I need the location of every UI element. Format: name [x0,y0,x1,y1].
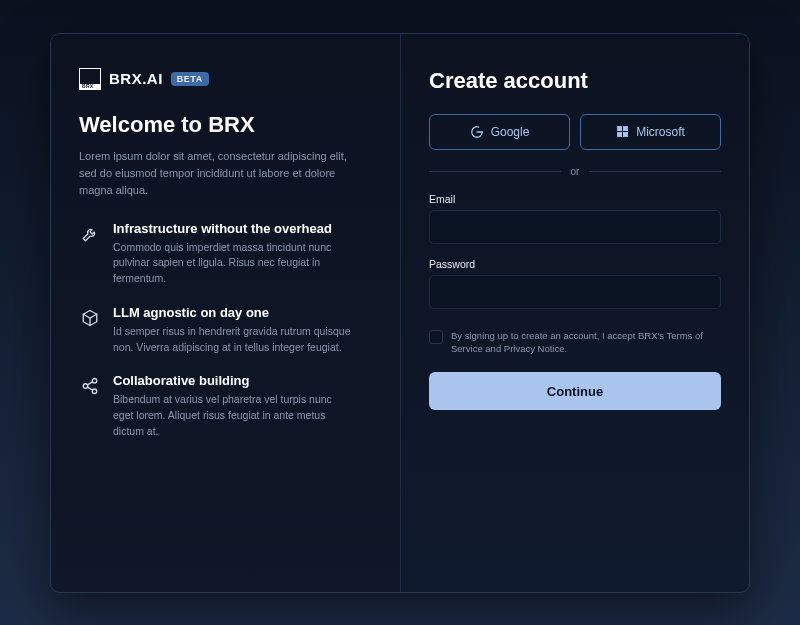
cube-icon [79,307,101,329]
or-divider: or [429,166,721,177]
feature-llm-agnostic: LLM agnostic on day one Id semper risus … [79,305,372,356]
svg-line-3 [87,382,92,385]
feature-body: Commodo quis imperdiet massa tincidunt n… [113,240,353,287]
svg-rect-5 [617,126,622,131]
share-icon [79,375,101,397]
microsoft-oauth-label: Microsoft [636,125,685,139]
logo-mark: BRX [79,68,101,90]
feature-collaborative: Collaborative building Bibendum at variu… [79,373,372,439]
continue-label: Continue [547,384,603,399]
svg-rect-6 [623,126,628,131]
create-account-heading: Create account [429,68,721,94]
brand-name: BRX.AI [109,70,163,87]
email-label: Email [429,193,721,205]
google-icon [470,125,484,139]
google-oauth-label: Google [491,125,530,139]
feature-title: LLM agnostic on day one [113,305,353,320]
terms-checkbox[interactable] [429,330,443,344]
form-panel: Create account Google Microsoft or Email [400,34,749,592]
intro-text: Lorem ipsum dolor sit amet, consectetur … [79,148,359,199]
welcome-heading: Welcome to BRX [79,112,372,138]
logo-row: BRX BRX.AI BETA [79,68,372,90]
svg-line-4 [87,388,92,391]
divider-line [429,171,561,172]
feature-title: Collaborative building [113,373,353,388]
password-label: Password [429,258,721,270]
beta-badge: BETA [171,72,209,86]
logo-mark-text: BRX [82,83,93,89]
divider-label: or [571,166,580,177]
divider-line [589,171,721,172]
oauth-row: Google Microsoft [429,114,721,150]
terms-row: By signing up to create an account, I ac… [429,329,721,357]
marketing-panel: BRX BRX.AI BETA Welcome to BRX Lorem ips… [51,34,400,592]
wrench-icon [79,223,101,245]
microsoft-icon [616,125,629,138]
continue-button[interactable]: Continue [429,372,721,410]
microsoft-oauth-button[interactable]: Microsoft [580,114,721,150]
feature-infrastructure: Infrastructure without the overhead Comm… [79,221,372,287]
terms-text: By signing up to create an account, I ac… [451,329,721,357]
feature-title: Infrastructure without the overhead [113,221,353,236]
email-field[interactable] [429,210,721,244]
feature-body: Bibendum at varius vel pharetra vel turp… [113,392,353,439]
svg-rect-7 [617,132,622,137]
google-oauth-button[interactable]: Google [429,114,570,150]
auth-card: BRX BRX.AI BETA Welcome to BRX Lorem ips… [50,33,750,593]
svg-rect-8 [623,132,628,137]
password-field[interactable] [429,275,721,309]
feature-body: Id semper risus in hendrerit gravida rut… [113,324,353,356]
